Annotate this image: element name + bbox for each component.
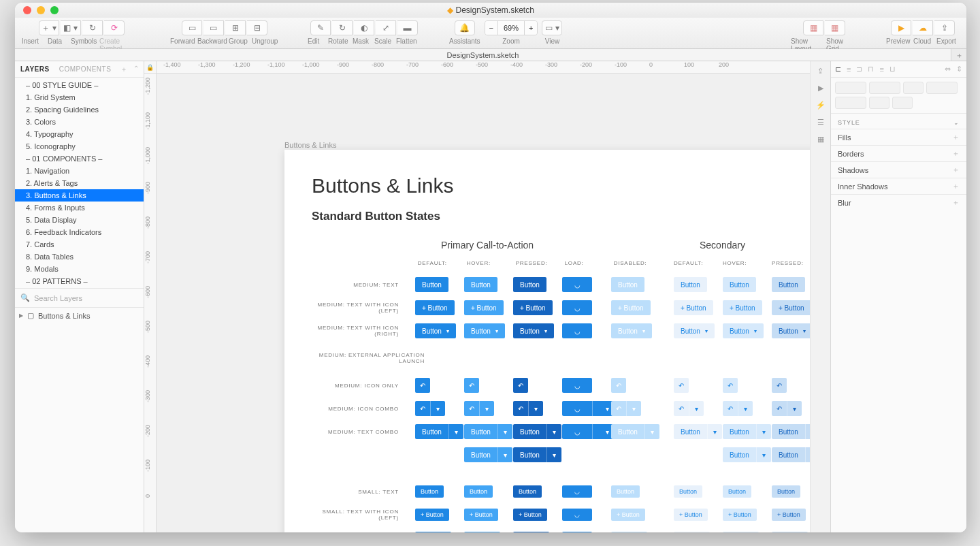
inspector-rail: ⇪ ▶ ⚡ ☰ ▦ bbox=[810, 61, 830, 532]
canvas-area: 🔒 -1,400-1,300-1,200-1,100-1,000-900-800… bbox=[144, 61, 810, 532]
artboard[interactable]: Buttons & Links Standard Button States P… bbox=[284, 150, 810, 532]
rail-list-icon[interactable]: ☰ bbox=[817, 118, 824, 127]
preview-button[interactable]: ▶ bbox=[891, 20, 911, 35]
lock-field[interactable] bbox=[903, 82, 924, 94]
search-layers[interactable]: 🔍 Search Layers bbox=[15, 288, 144, 307]
create-symbol-button[interactable]: ⟳ bbox=[104, 20, 125, 35]
document-tab[interactable]: DesignSystem.sketch bbox=[15, 49, 951, 61]
flip-v-icon[interactable] bbox=[892, 97, 913, 109]
ruler-lock-icon[interactable]: 🔒 bbox=[144, 61, 157, 73]
zoom-value[interactable]: 69% bbox=[497, 21, 525, 35]
ungroup-button[interactable]: ⊟ bbox=[247, 20, 267, 35]
sample-button: + Button bbox=[772, 509, 806, 521]
y-field[interactable] bbox=[869, 82, 900, 94]
export-button[interactable]: ⇪ bbox=[934, 20, 955, 35]
page-item[interactable]: 1. Navigation bbox=[15, 165, 144, 177]
add-border-icon: ＋ bbox=[952, 148, 960, 159]
mask-button[interactable]: ◐ bbox=[354, 20, 374, 35]
assistants-button[interactable]: 🔔 bbox=[455, 20, 475, 35]
sample-button: Button bbox=[723, 447, 756, 462]
align-tools: ⊏≡⊐⊓≡⊔⇔⇕ bbox=[831, 61, 966, 78]
page-item[interactable]: – 01 COMPONENTS – bbox=[15, 152, 144, 165]
zoom-in-button[interactable]: + bbox=[525, 21, 537, 35]
sample-button: ↶ bbox=[415, 401, 430, 416]
insert-button[interactable]: ＋ ▾ bbox=[39, 20, 59, 35]
page-item[interactable]: – 00 STYLE GUIDE – bbox=[15, 79, 144, 91]
page-menu-icon[interactable]: ⌃ bbox=[133, 65, 140, 74]
page-item[interactable]: 9. Modals bbox=[15, 263, 144, 275]
w-field[interactable] bbox=[926, 82, 958, 94]
page-item[interactable]: 5. Iconography bbox=[15, 140, 144, 152]
page-item[interactable]: 5. Data Display bbox=[15, 214, 144, 226]
show-layout-button[interactable]: ▦ bbox=[803, 20, 823, 35]
rotate-button[interactable]: ↻ bbox=[332, 20, 353, 35]
page-item[interactable]: 4. Typography bbox=[15, 128, 144, 140]
sample-button: Button bbox=[464, 424, 497, 439]
page-item[interactable]: 6. Feedback Indicators bbox=[15, 226, 144, 238]
sample-button: + Button bbox=[611, 509, 645, 521]
add-tab-button[interactable]: ＋ bbox=[951, 49, 966, 61]
components-tab[interactable]: COMPONENTS bbox=[59, 65, 112, 73]
sample-button: Button bbox=[415, 277, 448, 292]
sample-button: ▾ bbox=[430, 401, 445, 416]
sample-button: Button bbox=[674, 532, 710, 532]
inner-shadows-section[interactable]: Inner Shadows＋ bbox=[831, 178, 966, 194]
sample-button: + Button bbox=[513, 509, 547, 521]
show-grid-button[interactable]: ▦ bbox=[825, 20, 845, 35]
sample-button: Button bbox=[611, 532, 647, 532]
fills-section[interactable]: Fills＋ bbox=[831, 129, 966, 145]
page-item[interactable]: 2. Alerts & Tags bbox=[15, 177, 144, 189]
add-fill-icon: ＋ bbox=[952, 132, 960, 142]
page-item[interactable]: 1. Grid System bbox=[15, 91, 144, 103]
sample-button: + Button bbox=[464, 509, 498, 521]
blur-section[interactable]: Blur＋ bbox=[831, 194, 966, 210]
flatten-button[interactable]: ▬ bbox=[397, 20, 418, 35]
view-button[interactable]: ▭ ▾ bbox=[542, 20, 562, 35]
layer-artboard-item[interactable]: ▶ ▢ Buttons & Links bbox=[15, 307, 144, 323]
sample-button: + Button bbox=[415, 509, 449, 521]
sample-button: ▾ bbox=[805, 424, 810, 439]
canvas[interactable]: Buttons & Links Buttons & Links Standard… bbox=[157, 74, 810, 532]
zoom-out-button[interactable]: − bbox=[485, 21, 497, 35]
page-item[interactable]: 3. Buttons & Links bbox=[15, 189, 144, 202]
page-item[interactable]: 4. Forms & Inputs bbox=[15, 202, 144, 214]
forward-button[interactable]: ▭ bbox=[182, 20, 202, 35]
page-item[interactable]: 3. Colors bbox=[15, 116, 144, 128]
disclosure-icon[interactable]: ▶ bbox=[19, 312, 23, 319]
x-field[interactable] bbox=[835, 82, 866, 94]
rail-share-icon[interactable]: ⇪ bbox=[817, 67, 823, 76]
artboard-label[interactable]: Buttons & Links bbox=[284, 141, 336, 149]
pages-list[interactable]: – 00 STYLE GUIDE –1. Grid System2. Spaci… bbox=[15, 78, 144, 288]
sample-button: Button bbox=[674, 424, 707, 439]
add-page-icon[interactable]: ＋ bbox=[120, 65, 128, 74]
borders-section[interactable]: Borders＋ bbox=[831, 145, 966, 161]
cloud-button[interactable]: ☁ bbox=[913, 20, 933, 35]
group-button[interactable]: ⊞ bbox=[225, 20, 246, 35]
sample-button: ▾ bbox=[756, 424, 771, 439]
shadows-section[interactable]: Shadows＋ bbox=[831, 161, 966, 178]
page-item[interactable]: – 02 PATTERNS – bbox=[15, 275, 144, 287]
flip-h-icon[interactable] bbox=[869, 97, 889, 109]
page-item[interactable]: 2. Spacing Guidelines bbox=[15, 103, 144, 116]
app-window: ◆ DesignSystem.sketch ＋ ▾ ◧ ▾ ↻ ⟳ Insert… bbox=[15, 3, 966, 532]
edit-button[interactable]: ✎ bbox=[310, 20, 331, 35]
backward-button[interactable]: ▭ bbox=[203, 20, 224, 35]
layers-tab[interactable]: LAYERS bbox=[20, 65, 50, 73]
sample-button: Button bbox=[723, 424, 756, 439]
data-button[interactable]: ◧ ▾ bbox=[61, 20, 81, 35]
button-row: MEDIUM: TEXT WITH ICON (LEFT) + Button+ … bbox=[312, 296, 810, 319]
rail-prototype-icon[interactable]: ⚡ bbox=[816, 101, 826, 110]
symbols-button[interactable]: ↻ bbox=[82, 20, 103, 35]
h-field[interactable] bbox=[835, 97, 866, 109]
page-item[interactable]: 8. Data Tables bbox=[15, 251, 144, 263]
sample-button: Button bbox=[513, 447, 546, 462]
sample-button: ◡ bbox=[562, 509, 592, 521]
rail-play-icon[interactable]: ▶ bbox=[818, 84, 823, 93]
sample-button: Button bbox=[611, 485, 640, 498]
sample-button: Button bbox=[611, 277, 644, 292]
scale-button[interactable]: ⤢ bbox=[376, 20, 396, 35]
page-item[interactable]: 7. Cards bbox=[15, 238, 144, 251]
zoom-control[interactable]: − 69% + bbox=[485, 20, 538, 35]
sample-button: ◡ bbox=[562, 532, 592, 532]
rail-components-icon[interactable]: ▦ bbox=[817, 135, 824, 144]
